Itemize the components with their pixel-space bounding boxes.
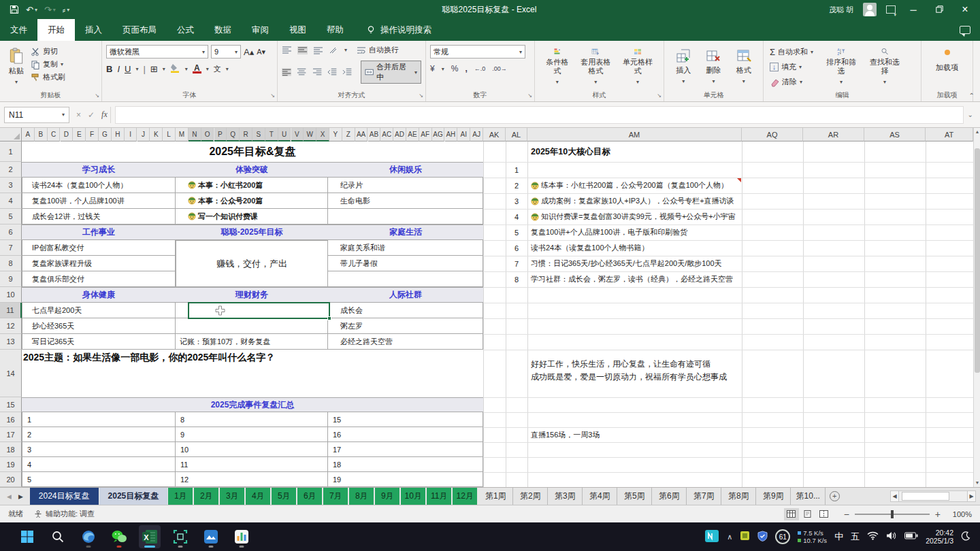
row-header-6[interactable]: 6 [0, 224, 22, 240]
cells-area[interactable]: 2025年目标&复盘学习成长体验突破休闲娱乐读书24本（复盘100个人物）本事：… [22, 141, 973, 487]
underline-button[interactable]: U [125, 64, 131, 74]
column-header-AR[interactable]: AR [803, 128, 864, 141]
table-cell[interactable]: 复盘俱乐部交付 [22, 271, 176, 287]
tray-app-icon[interactable] [704, 529, 719, 546]
taskbar-icon-cloud-docs-app[interactable] [200, 525, 222, 548]
column-header-G[interactable]: G [99, 128, 112, 141]
column-header-Z[interactable]: Z [342, 128, 355, 141]
summary-cell[interactable]: 1 [22, 412, 176, 427]
accessibility-status[interactable]: 辅助功能: 调查 [34, 509, 95, 519]
row-header-12[interactable]: 12 [0, 318, 22, 334]
italic-button[interactable]: I [117, 64, 120, 74]
horizontal-scrollbar[interactable]: ◀ ▶ [890, 490, 976, 502]
table-cell[interactable]: 本事：小红书200篇 [176, 178, 328, 193]
table-cell[interactable]: 七点早起200天 [22, 303, 176, 318]
summary-cell[interactable]: 2 [22, 427, 176, 442]
column-header-O[interactable]: O [201, 128, 214, 141]
column-header-AA[interactable]: AA [355, 128, 368, 141]
column-header-J[interactable]: J [137, 128, 150, 141]
summary-cell[interactable]: 17 [328, 442, 483, 457]
format-cells-button[interactable]: 格式▾ [732, 45, 756, 89]
taskbar-icon-snipping-tool[interactable] [169, 525, 191, 548]
redo-button[interactable]: ↷▾ [44, 5, 56, 15]
column-header-E[interactable]: E [73, 128, 86, 141]
core-goal-cell[interactable]: 练本事：小红书200篇，公众号200篇（复盘100个人物） [527, 178, 742, 193]
table-cell[interactable]: 写日记365天 [22, 334, 176, 350]
row-header-17[interactable]: 17 [0, 427, 22, 442]
table-cell[interactable]: 家庭关系和谐 [328, 240, 483, 256]
percent-style-button[interactable]: % [451, 64, 459, 73]
column-header-R[interactable]: R [240, 128, 252, 141]
expand-formula-bar-icon[interactable]: ⌄ [968, 111, 976, 118]
tell-me-search[interactable]: 操作说明搜索 [366, 19, 431, 41]
format-painter-button[interactable]: 格式刷 [29, 71, 67, 84]
align-right-icon[interactable] [312, 68, 322, 76]
restore-button[interactable] [931, 5, 947, 15]
health-ball[interactable]: 61 [775, 529, 790, 544]
row-header-3[interactable]: 3 [0, 178, 22, 193]
increase-indent-icon[interactable] [342, 68, 352, 76]
sheet-tab-2025目标复盘[interactable]: 2025目标复盘 [99, 488, 168, 505]
sheet-tab-第5周[interactable]: 第5周 [617, 488, 652, 505]
clear-button[interactable]: 清除▾ [768, 76, 815, 88]
menu-tab-视图[interactable]: 视图 [279, 19, 316, 41]
sheet-tab-10月[interactable]: 10月 [401, 488, 425, 505]
zoom-in-icon[interactable]: + [935, 509, 941, 520]
sheet-tab-第10...[interactable]: 第10... [791, 488, 826, 505]
formula-input[interactable] [115, 106, 964, 124]
menu-tab-页面布局[interactable]: 页面布局 [112, 19, 167, 41]
network-speed[interactable]: 7.5 K/s 10.7 K/s [798, 529, 827, 544]
row-header-9[interactable]: 9 [0, 271, 22, 287]
sheet-tab-2月[interactable]: 2月 [194, 488, 218, 505]
autosum-button[interactable]: Σ自动求和▾ [768, 46, 815, 59]
column-header-W[interactable]: W [304, 128, 316, 141]
summary-cell[interactable]: 10 [176, 442, 328, 457]
align-middle-icon[interactable] [297, 46, 308, 54]
column-header-Q[interactable]: Q [227, 128, 240, 141]
column-header-AG[interactable]: AG [432, 128, 445, 141]
number-format-select[interactable]: 常规▾ [430, 45, 525, 59]
row-header-19[interactable]: 19 [0, 457, 22, 472]
column-header-H[interactable]: H [112, 128, 125, 141]
column-header-AF[interactable]: AF [419, 128, 432, 141]
page-break-view-icon[interactable] [817, 508, 832, 520]
insert-function-icon[interactable]: fx [101, 110, 108, 120]
table-cell[interactable]: 读书24本（复盘100个人物） [22, 178, 176, 193]
row-header-11[interactable]: 11 [0, 303, 22, 318]
horizontal-scroll-thumb[interactable] [902, 492, 949, 501]
summary-cell[interactable]: 16 [328, 427, 483, 442]
summary-cell[interactable]: 15 [328, 412, 483, 427]
find-select-button[interactable]: 查找和选择▾ [863, 45, 906, 89]
sheet-tab-5月[interactable]: 5月 [272, 488, 296, 505]
decrease-font-icon[interactable]: A▾ [257, 45, 265, 59]
taskbar-icon-search[interactable] [47, 525, 69, 548]
security-shield-icon[interactable] [757, 531, 768, 544]
insert-cells-button[interactable]: 插入▾ [671, 45, 696, 89]
core-goal-cell[interactable]: 读书24本（读复盘100个人物书籍） [527, 240, 742, 256]
sheet-nav-right-icon[interactable]: ▶ [18, 493, 23, 500]
core-goal-cell[interactable]: 复盘100讲+个人品牌100讲，电子版和印刷验货 [527, 224, 742, 240]
user-avatar[interactable] [863, 3, 877, 16]
sheet-tab-第1周[interactable]: 第1周 [478, 488, 513, 505]
vertical-scroll-thumb[interactable] [975, 148, 980, 373]
tray-yellow-icon[interactable] [740, 531, 750, 543]
font-size-select[interactable]: 9▾ [211, 45, 241, 59]
table-cell[interactable]: 带儿子暑假 [328, 256, 483, 271]
hscroll-right-icon[interactable]: ▶ [967, 490, 976, 502]
table-cell[interactable]: IP创富私教交付 [22, 240, 176, 256]
core-goal-cell[interactable]: 成功案例：复盘家族10人+IP3人），公众号专栏+直播访谈 [527, 193, 742, 209]
row-header-4[interactable]: 4 [0, 193, 22, 209]
table-cell[interactable]: 写一个知识付费课 [176, 209, 328, 224]
ime-layout-indicator[interactable]: 五 [851, 531, 860, 543]
minimize-button[interactable]: ─ [905, 5, 921, 15]
phonetic-guide-button[interactable]: 文 [214, 64, 221, 74]
row-header-10[interactable]: 10 [0, 287, 22, 303]
table-cell[interactable] [328, 271, 483, 287]
column-header-AE[interactable]: AE [406, 128, 419, 141]
row-header-16[interactable]: 16 [0, 412, 22, 427]
format-as-table-button[interactable]: 套用表格格式▾ [576, 45, 616, 89]
select-all-corner[interactable] [0, 128, 22, 141]
font-family-select[interactable]: 微软雅黑▾ [106, 45, 208, 59]
row-header-5[interactable]: 5 [0, 209, 22, 224]
column-header-L[interactable]: L [163, 128, 176, 141]
